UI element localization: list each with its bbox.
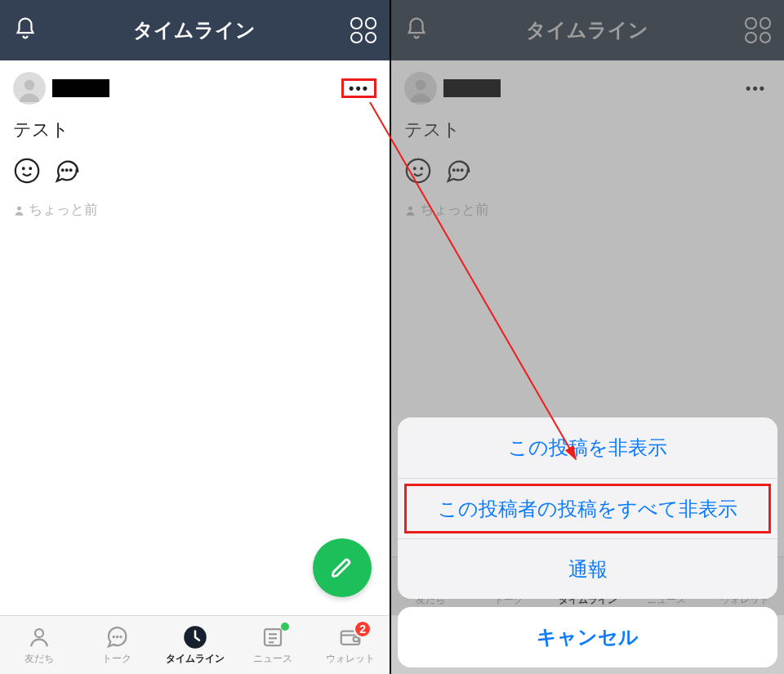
screen-timeline: タイムライン ••• テスト [0, 0, 391, 674]
comment-button[interactable] [52, 157, 80, 188]
svg-point-8 [35, 629, 43, 637]
action-hide-post[interactable]: この投稿を非表示 [398, 417, 777, 478]
tab-timeline[interactable]: タイムライン [156, 616, 234, 674]
pencil-icon [331, 556, 354, 579]
more-horizontal-icon: ••• [349, 84, 369, 92]
svg-point-0 [24, 80, 35, 91]
tab-wallet[interactable]: 2 ウォレット [312, 616, 390, 674]
tab-friends[interactable]: 友だち [0, 616, 78, 674]
timestamp: ちょっと前 [13, 201, 376, 219]
tab-news[interactable]: ニュース [234, 616, 311, 674]
svg-rect-18 [354, 637, 359, 641]
speech-bubble-icon [105, 625, 129, 649]
notification-bell-icon[interactable] [13, 16, 38, 44]
svg-point-9 [114, 636, 114, 636]
timeline-body: ••• テスト ちょっと前 [0, 60, 390, 615]
svg-point-1 [16, 159, 38, 182]
person-icon [27, 625, 51, 649]
unread-dot-icon [281, 623, 289, 631]
svg-point-5 [66, 169, 68, 171]
header: タイムライン [0, 0, 390, 60]
screen-timeline-actionsheet: タイムライン ••• テスト [391, 0, 784, 674]
tab-talk[interactable]: トーク [78, 616, 155, 674]
tab-bar: 友だち トーク タイムライン ニュース 2 ウォレット [0, 615, 390, 674]
apps-grid-icon[interactable] [350, 17, 376, 43]
svg-point-10 [117, 636, 118, 636]
header-title: タイムライン [38, 17, 350, 43]
svg-point-6 [70, 169, 72, 171]
svg-point-11 [120, 636, 121, 636]
timeline-clock-icon [183, 625, 207, 649]
wallet-badge: 2 [354, 620, 372, 638]
like-smile-button[interactable] [13, 157, 41, 188]
svg-point-2 [23, 167, 24, 169]
post-text: テスト [13, 118, 376, 142]
svg-point-3 [29, 167, 31, 169]
username-redacted [52, 79, 109, 97]
compose-fab[interactable] [313, 538, 372, 597]
svg-point-4 [62, 169, 64, 171]
action-sheet: この投稿を非表示 この投稿者の投稿をすべて非表示 通報 キャンセル [398, 417, 777, 667]
action-hide-user-posts[interactable]: この投稿者の投稿をすべて非表示 [398, 478, 777, 538]
avatar[interactable] [13, 72, 46, 105]
action-report[interactable]: 通報 [398, 538, 777, 599]
action-cancel[interactable]: キャンセル [398, 607, 777, 667]
timestamp-text: ちょっと前 [29, 201, 98, 219]
svg-point-7 [17, 206, 21, 210]
post-more-button[interactable]: ••• [341, 78, 376, 98]
timeline-post: ••• テスト ちょっと前 [0, 60, 390, 219]
